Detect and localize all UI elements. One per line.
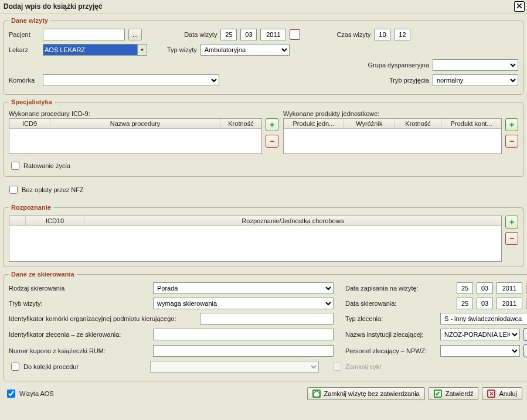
calendar-icon[interactable] (290, 29, 300, 40)
check-icon: ✔ (434, 390, 442, 398)
diagnosis-col-blank (9, 216, 26, 226)
diagnosis-col-icd10: ICD10 (26, 216, 84, 226)
order-type-label: Typ zlecenia: (345, 315, 431, 322)
referral-kind-label: Rodzaj skierowania (9, 285, 149, 292)
icd9-col-code: ICD9 (9, 119, 50, 128)
units-col-mult: Krotność (395, 119, 441, 128)
visit-type-label: Typ wizyty (167, 46, 197, 53)
units-col-prod: Produkt jedn... (284, 119, 344, 128)
nfz-free-checkbox[interactable] (9, 186, 18, 194)
referral-date-label: Data skierowania: (345, 300, 431, 307)
icd9-add-button[interactable]: + (266, 118, 278, 131)
referral-date-month[interactable] (477, 298, 493, 309)
coupon-label: Numer kuponu z książeczki RUM: (9, 347, 149, 354)
org-id-label: Identyfikator komórki organizacyjnej pod… (9, 315, 196, 322)
procedure-queue-checkbox[interactable] (11, 363, 19, 371)
units-col-cont: Produkt kont... (441, 119, 501, 128)
window-title: Dodaj wpis do książki przyjęć (4, 2, 103, 11)
aos-visit-label: Wizyta AOS (19, 390, 54, 397)
save-date-month[interactable] (477, 282, 493, 294)
visit-type-select[interactable]: Ambulatoryjna (200, 44, 290, 56)
icd9-table-body[interactable] (9, 129, 261, 153)
coupon-input[interactable] (153, 345, 334, 357)
units-caption: Wykonane produkty jednostkowe: (283, 110, 518, 117)
admission-mode-select[interactable]: normalny (433, 74, 518, 86)
visit-date-label: Data wizyty (184, 31, 217, 38)
close-cycle-checkbox (333, 363, 341, 371)
visit-mode-select[interactable]: wymaga skierowania (153, 298, 334, 309)
cell-label: Komórka (9, 77, 39, 84)
units-add-button[interactable]: + (505, 118, 518, 131)
units-table-header: Produkt jedn... Wyróżnik Krotność Produk… (284, 119, 501, 129)
confirm-button[interactable]: ✔ Zatwierdź (429, 387, 479, 400)
icd9-col-name: Nazwa procedury (50, 119, 220, 128)
patient-input[interactable] (43, 29, 125, 40)
visit-mode-label: Tryb wizyty: (9, 300, 149, 307)
org-id-input[interactable] (200, 313, 334, 325)
rescue-label: Ratowanie życia (23, 162, 70, 169)
diagnosis-col-name: Rozpoznanie/Jednostka chorobowa (84, 216, 501, 226)
close-cycle-label: Zamknij cykl (345, 363, 381, 370)
diagnosis-table-header: ICD10 Rozpoznanie/Jednostka chorobowa (9, 216, 501, 226)
patient-label: Pacjent (9, 31, 39, 38)
doctor-label: Lekarz (9, 46, 39, 53)
aos-visit-checkbox[interactable] (7, 390, 15, 398)
specialty-legend: Specjalistyka (9, 98, 55, 105)
visit-time-hour[interactable] (374, 29, 390, 40)
admission-mode-label: Tryb przyjęcia (389, 77, 429, 84)
diagnosis-table-body[interactable] (9, 226, 501, 261)
visit-time-label: Czas wizyty (336, 31, 370, 38)
nfz-free-label: Bez opłaty przez NFZ (22, 186, 84, 193)
units-col-diff: Wyróżnik (344, 119, 395, 128)
specialty-section: Specjalistyka Wykonane procedury ICD-9: … (4, 98, 523, 177)
visit-date-day[interactable] (220, 29, 237, 40)
order-type-select[interactable]: S - inny świadczeniodawca (440, 313, 527, 325)
dispensary-group-select[interactable] (433, 59, 518, 71)
visit-date-month[interactable] (240, 29, 257, 40)
doctor-select[interactable]: AOS LEKARZ ▼ (43, 44, 147, 56)
x-icon: ✕ (487, 390, 495, 398)
icd9-table-header: ICD9 Nazwa procedury Krotność (9, 119, 261, 129)
units-table-body[interactable] (284, 129, 501, 153)
icd9-remove-button[interactable]: − (266, 135, 278, 148)
icd9-caption: Wykonane procedury ICD-9: (9, 110, 278, 117)
stop-icon: ◯ (312, 390, 321, 398)
visit-legend: Dane wizyty (9, 17, 50, 24)
icd9-col-mult: Krotność (220, 119, 261, 128)
referral-date-day[interactable] (457, 298, 473, 309)
referral-kind-select[interactable]: Porada (153, 282, 334, 294)
npwz-select[interactable] (440, 345, 520, 357)
units-remove-button[interactable]: − (505, 135, 518, 148)
diagnosis-legend: Rozpoznanie (9, 204, 53, 211)
diagnosis-section: Rozpoznanie ICD10 Rozpoznanie/Jednostka … (4, 204, 523, 267)
visit-time-min[interactable] (394, 29, 410, 40)
institution-label: Nazwa instytucji zlecającej: (345, 331, 433, 338)
visit-date-year[interactable] (260, 29, 286, 40)
referral-legend: Dane ze skierowania (9, 271, 77, 278)
close-without-confirm-button[interactable]: ◯ Zamknij wizytę bez zatwierdzania (307, 387, 425, 400)
visit-section: Dane wizyty Pacjent ... Data wizyty Czas… (4, 17, 523, 95)
diagnosis-remove-button[interactable]: − (505, 232, 518, 245)
order-id-input[interactable] (153, 329, 334, 340)
npwz-label: Personel zlecający – NPWZ: (345, 347, 433, 354)
rescue-checkbox[interactable] (11, 162, 19, 170)
order-id-label: Identyfikator zlecenia – ze skierowania: (9, 331, 149, 338)
doctor-value: AOS LEKARZ (45, 46, 85, 53)
save-date-label: Data zapisania na wizytę: (345, 285, 431, 292)
dispensary-group-label: Grupa dyspanseryjna (368, 62, 429, 69)
save-date-year[interactable] (497, 282, 522, 294)
patient-browse-button[interactable]: ... (128, 29, 142, 40)
cell-select[interactable] (43, 74, 219, 86)
referral-date-year[interactable] (497, 298, 522, 309)
diagnosis-add-button[interactable]: + (505, 216, 518, 228)
chevron-down-icon: ▼ (137, 45, 147, 55)
institution-lookup-button[interactable]: ▲ (523, 328, 527, 341)
procedure-queue-label: Do kolejki procedur (23, 363, 79, 370)
cancel-button[interactable]: ✕ Anuluj (482, 387, 522, 400)
close-icon[interactable]: ✕ (514, 1, 525, 12)
npwz-lookup-button[interactable]: ▲ (523, 344, 527, 357)
referral-section: Dane ze skierowania Rodzaj skierowania P… (4, 271, 527, 381)
institution-select[interactable]: NZOZ-PORADNIA LEK (440, 329, 520, 340)
save-date-day[interactable] (457, 282, 473, 294)
procedure-queue-select (150, 361, 319, 373)
